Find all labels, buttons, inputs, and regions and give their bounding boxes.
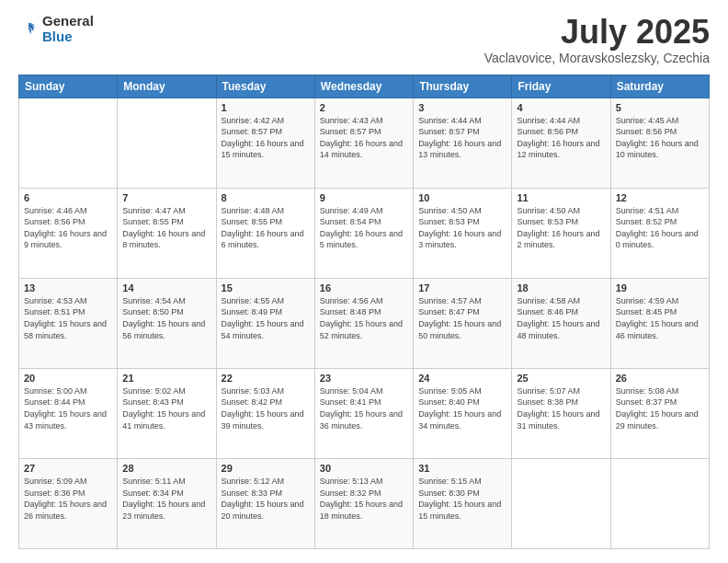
calendar-cell: 1Sunrise: 4:42 AM Sunset: 8:57 PM Daylig… (216, 98, 314, 188)
day-info: Sunrise: 5:09 AM Sunset: 8:36 PM Dayligh… (24, 476, 112, 522)
day-number: 24 (418, 373, 506, 384)
day-number: 3 (418, 102, 506, 113)
calendar-cell: 25Sunrise: 5:07 AM Sunset: 8:38 PM Dayli… (512, 368, 610, 458)
day-info: Sunrise: 4:55 AM Sunset: 8:49 PM Dayligh… (222, 295, 310, 341)
calendar-cell (610, 458, 709, 548)
calendar-cell: 12Sunrise: 4:51 AM Sunset: 8:52 PM Dayli… (610, 188, 709, 278)
day-number: 1 (222, 102, 310, 113)
weekday-row: SundayMondayTuesdayWednesdayThursdayFrid… (19, 75, 710, 98)
calendar-cell: 3Sunrise: 4:44 AM Sunset: 8:57 PM Daylig… (414, 98, 512, 188)
day-info: Sunrise: 4:51 AM Sunset: 8:52 PM Dayligh… (616, 205, 704, 251)
day-number: 28 (122, 463, 210, 474)
calendar-table: SundayMondayTuesdayWednesdayThursdayFrid… (18, 75, 710, 549)
day-number: 20 (24, 373, 112, 384)
day-info: Sunrise: 5:05 AM Sunset: 8:40 PM Dayligh… (418, 385, 506, 431)
calendar-cell: 26Sunrise: 5:08 AM Sunset: 8:37 PM Dayli… (610, 368, 709, 458)
day-number: 5 (616, 102, 704, 113)
header: General Blue July 2025 Vaclavovice, Mora… (18, 14, 710, 65)
day-number: 12 (616, 192, 704, 203)
calendar-week-1: 1Sunrise: 4:42 AM Sunset: 8:57 PM Daylig… (19, 98, 710, 188)
weekday-header-monday: Monday (118, 75, 216, 98)
calendar-cell: 23Sunrise: 5:04 AM Sunset: 8:41 PM Dayli… (314, 368, 413, 458)
calendar-cell: 16Sunrise: 4:56 AM Sunset: 8:48 PM Dayli… (314, 278, 413, 368)
logo-text: General Blue (42, 14, 94, 44)
day-number: 7 (122, 192, 210, 203)
day-info: Sunrise: 4:50 AM Sunset: 8:53 PM Dayligh… (517, 205, 605, 251)
calendar-cell: 30Sunrise: 5:13 AM Sunset: 8:32 PM Dayli… (314, 458, 413, 548)
calendar-cell: 5Sunrise: 4:45 AM Sunset: 8:56 PM Daylig… (610, 98, 709, 188)
day-info: Sunrise: 5:15 AM Sunset: 8:30 PM Dayligh… (418, 476, 506, 522)
calendar-cell: 31Sunrise: 5:15 AM Sunset: 8:30 PM Dayli… (414, 458, 512, 548)
day-info: Sunrise: 4:50 AM Sunset: 8:53 PM Dayligh… (418, 205, 506, 251)
calendar-cell: 8Sunrise: 4:48 AM Sunset: 8:55 PM Daylig… (216, 188, 314, 278)
day-number: 9 (320, 192, 408, 203)
day-number: 11 (517, 192, 605, 203)
calendar-cell: 6Sunrise: 4:46 AM Sunset: 8:56 PM Daylig… (19, 188, 118, 278)
day-number: 8 (222, 192, 310, 203)
day-info: Sunrise: 4:56 AM Sunset: 8:48 PM Dayligh… (320, 295, 408, 341)
logo-icon (18, 19, 39, 40)
day-number: 21 (122, 373, 210, 384)
calendar-cell: 14Sunrise: 4:54 AM Sunset: 8:50 PM Dayli… (118, 278, 216, 368)
weekday-header-saturday: Saturday (610, 75, 709, 98)
weekday-header-sunday: Sunday (19, 75, 118, 98)
calendar-cell: 24Sunrise: 5:05 AM Sunset: 8:40 PM Dayli… (414, 368, 512, 458)
day-number: 29 (222, 463, 310, 474)
weekday-header-tuesday: Tuesday (216, 75, 314, 98)
calendar-cell (19, 98, 118, 188)
day-info: Sunrise: 4:53 AM Sunset: 8:51 PM Dayligh… (24, 295, 112, 341)
day-number: 27 (24, 463, 112, 474)
day-info: Sunrise: 4:47 AM Sunset: 8:55 PM Dayligh… (122, 205, 210, 251)
day-number: 23 (320, 373, 408, 384)
calendar-cell: 9Sunrise: 4:49 AM Sunset: 8:54 PM Daylig… (314, 188, 413, 278)
calendar-cell (118, 98, 216, 188)
calendar-cell: 2Sunrise: 4:43 AM Sunset: 8:57 PM Daylig… (314, 98, 413, 188)
day-info: Sunrise: 5:04 AM Sunset: 8:41 PM Dayligh… (320, 385, 408, 431)
day-info: Sunrise: 4:43 AM Sunset: 8:57 PM Dayligh… (320, 115, 408, 161)
weekday-header-wednesday: Wednesday (314, 75, 413, 98)
calendar-cell: 19Sunrise: 4:59 AM Sunset: 8:45 PM Dayli… (610, 278, 709, 368)
weekday-header-friday: Friday (512, 75, 610, 98)
calendar-body: 1Sunrise: 4:42 AM Sunset: 8:57 PM Daylig… (19, 98, 710, 548)
day-info: Sunrise: 4:44 AM Sunset: 8:56 PM Dayligh… (517, 115, 605, 161)
day-info: Sunrise: 5:03 AM Sunset: 8:42 PM Dayligh… (222, 385, 310, 431)
logo: General Blue (18, 14, 94, 44)
calendar-week-5: 27Sunrise: 5:09 AM Sunset: 8:36 PM Dayli… (19, 458, 710, 548)
day-info: Sunrise: 4:49 AM Sunset: 8:54 PM Dayligh… (320, 205, 408, 251)
day-number: 2 (320, 102, 408, 113)
calendar-cell: 27Sunrise: 5:09 AM Sunset: 8:36 PM Dayli… (19, 458, 118, 548)
day-info: Sunrise: 4:42 AM Sunset: 8:57 PM Dayligh… (222, 115, 310, 161)
day-info: Sunrise: 4:54 AM Sunset: 8:50 PM Dayligh… (122, 295, 210, 341)
day-info: Sunrise: 4:57 AM Sunset: 8:47 PM Dayligh… (418, 295, 506, 341)
day-info: Sunrise: 4:45 AM Sunset: 8:56 PM Dayligh… (616, 115, 704, 161)
day-info: Sunrise: 5:02 AM Sunset: 8:43 PM Dayligh… (122, 385, 210, 431)
calendar-cell: 11Sunrise: 4:50 AM Sunset: 8:53 PM Dayli… (512, 188, 610, 278)
subtitle: Vaclavovice, Moravskoslezsky, Czechia (484, 51, 710, 65)
day-info: Sunrise: 5:08 AM Sunset: 8:37 PM Dayligh… (616, 385, 704, 431)
calendar-cell: 15Sunrise: 4:55 AM Sunset: 8:49 PM Dayli… (216, 278, 314, 368)
day-info: Sunrise: 5:13 AM Sunset: 8:32 PM Dayligh… (320, 476, 408, 522)
logo-blue-text: Blue (42, 29, 94, 45)
day-number: 10 (418, 192, 506, 203)
calendar-cell: 17Sunrise: 4:57 AM Sunset: 8:47 PM Dayli… (414, 278, 512, 368)
calendar-cell: 4Sunrise: 4:44 AM Sunset: 8:56 PM Daylig… (512, 98, 610, 188)
day-number: 31 (418, 463, 506, 474)
weekday-header-thursday: Thursday (414, 75, 512, 98)
title-block: July 2025 Vaclavovice, Moravskoslezsky, … (484, 14, 710, 65)
day-number: 15 (222, 282, 310, 293)
calendar-cell: 22Sunrise: 5:03 AM Sunset: 8:42 PM Dayli… (216, 368, 314, 458)
day-number: 13 (24, 282, 112, 293)
calendar-week-3: 13Sunrise: 4:53 AM Sunset: 8:51 PM Dayli… (19, 278, 710, 368)
day-number: 16 (320, 282, 408, 293)
calendar-cell: 20Sunrise: 5:00 AM Sunset: 8:44 PM Dayli… (19, 368, 118, 458)
logo-general-text: General (42, 14, 94, 29)
calendar-cell: 28Sunrise: 5:11 AM Sunset: 8:34 PM Dayli… (118, 458, 216, 548)
day-info: Sunrise: 4:48 AM Sunset: 8:55 PM Dayligh… (222, 205, 310, 251)
calendar-cell: 29Sunrise: 5:12 AM Sunset: 8:33 PM Dayli… (216, 458, 314, 548)
day-info: Sunrise: 4:46 AM Sunset: 8:56 PM Dayligh… (24, 205, 112, 251)
day-number: 17 (418, 282, 506, 293)
calendar-cell: 21Sunrise: 5:02 AM Sunset: 8:43 PM Dayli… (118, 368, 216, 458)
day-number: 25 (517, 373, 605, 384)
day-number: 22 (222, 373, 310, 384)
day-number: 18 (517, 282, 605, 293)
